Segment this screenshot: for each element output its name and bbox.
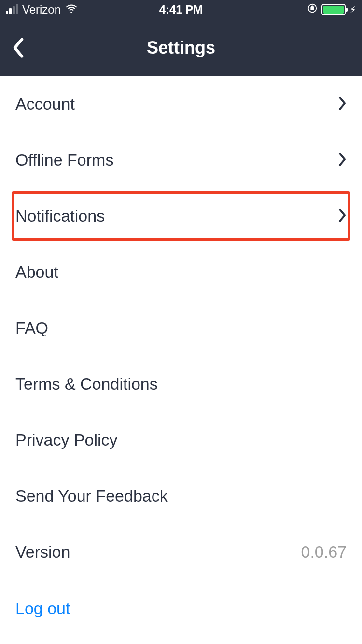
charging-icon: ⚡︎ [349,4,356,15]
chevron-right-icon [338,208,347,224]
settings-item-label: Offline Forms [15,151,113,169]
settings-item-label: FAQ [15,319,48,337]
settings-item-about[interactable]: About [15,244,347,300]
settings-item-label: About [15,263,58,281]
status-bar: Verizon 4:41 PM ⚡︎ [0,0,362,19]
chevron-right-icon [338,152,347,168]
settings-item-label: Send Your Feedback [15,487,168,505]
settings-item-terms[interactable]: Terms & Conditions [15,356,347,412]
chevron-right-icon [338,96,347,112]
status-right: ⚡︎ [307,3,356,16]
settings-item-label: Privacy Policy [15,431,118,449]
settings-item-account[interactable]: Account [15,76,347,132]
settings-item-label: Version [15,543,70,561]
battery-icon [321,4,346,15]
signal-strength-icon [6,5,18,14]
settings-item-version: Version 0.0.67 [15,524,347,580]
back-button[interactable] [12,37,25,58]
logout-button[interactable]: Log out [15,580,347,636]
settings-item-notifications[interactable]: Notifications [15,188,347,244]
wifi-icon [65,1,78,18]
status-left: Verizon [6,1,78,18]
page-title: Settings [147,38,215,58]
settings-item-privacy[interactable]: Privacy Policy [15,412,347,468]
version-value: 0.0.67 [301,543,347,561]
status-time: 4:41 PM [159,3,203,16]
header: Settings [0,19,362,76]
orientation-lock-icon [307,3,318,16]
settings-item-faq[interactable]: FAQ [15,300,347,356]
settings-item-offline-forms[interactable]: Offline Forms [15,132,347,188]
settings-item-label: Account [15,95,75,113]
settings-item-label: Notifications [15,207,105,225]
settings-list: Account Offline Forms Notifications Abou… [0,76,362,636]
settings-item-feedback[interactable]: Send Your Feedback [15,468,347,524]
settings-item-label: Terms & Conditions [15,375,158,393]
carrier-label: Verizon [22,3,61,16]
logout-label: Log out [15,599,70,618]
